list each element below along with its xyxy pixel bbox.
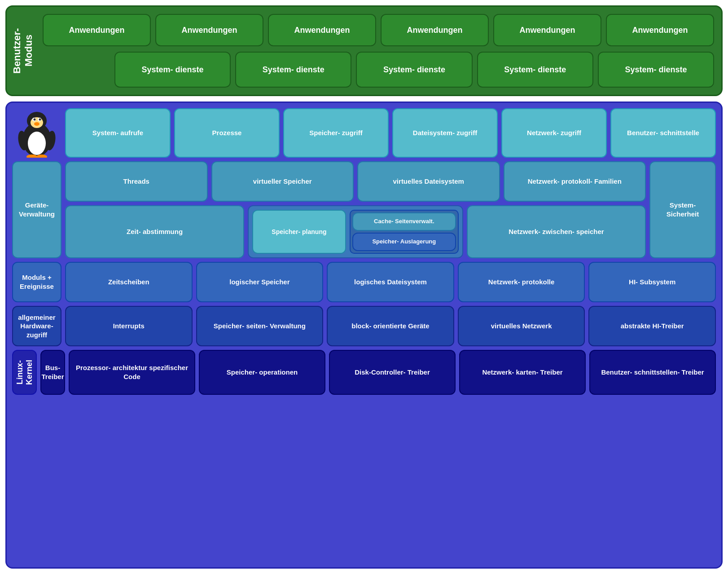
middle-section: Geräte- Verwaltung Threads virtueller Sp…	[12, 161, 716, 258]
anwendungen-5: Anwendungen	[493, 14, 601, 46]
anwendungen-4: Anwendungen	[381, 14, 489, 46]
virtueller-speicher-box: virtueller Speicher	[211, 161, 354, 202]
speicherzugriff-box: Speicher- zugriff	[283, 108, 389, 158]
svg-point-6	[34, 119, 36, 121]
tux-container	[12, 108, 61, 158]
hi-subsystem-box: HI- Subsystem	[588, 262, 716, 302]
speicher-seiten-verwaltung-box: Speicher- seiten- Verwaltung	[196, 306, 324, 346]
abstrakte-hi-treiber-box: abstrakte HI-Treiber	[588, 306, 716, 346]
netzwerk-karten-treiber-box: Netzwerk- karten- Treiber	[459, 350, 586, 395]
systemdienste-row: System- dienste System- dienste System- …	[43, 52, 714, 88]
block-orientierte-geraete-box: block- orientierte Geräte	[327, 306, 454, 346]
systemdienste-1: System- dienste	[114, 52, 231, 88]
system-sicherheit-box: System- Sicherheit	[649, 161, 716, 258]
anwendungen-6: Anwendungen	[606, 14, 714, 46]
kernel-row6: Linux-Kernel Bus-Treiber Prozessor- arch…	[12, 350, 716, 395]
speicheroperationen-box: Speicher- operationen	[199, 350, 325, 395]
anwendungen-row: Anwendungen Anwendungen Anwendungen Anwe…	[43, 14, 714, 46]
tux-icon	[17, 108, 57, 158]
benutzer-modus-label: Benutzer-Modus	[7, 7, 39, 95]
interrupts-box: Interrupts	[65, 306, 193, 346]
bus-treiber-box: Bus-Treiber	[40, 350, 65, 395]
systemdienste-2: System- dienste	[235, 52, 351, 88]
zeitabstimmung-box: Zeit- abstimmung	[65, 205, 244, 258]
netzwerkprotokoll-familien-box: Netzwerk- protokoll- Familien	[504, 161, 646, 202]
benutzerschnittstelle-box: Benutzer- schnittstelle	[610, 108, 716, 158]
anwendungen-2: Anwendungen	[155, 14, 263, 46]
disk-controller-treiber-box: Disk-Controller- Treiber	[329, 350, 456, 395]
netzwerkprotokolle-box: Netzwerk- protokolle	[458, 262, 585, 302]
systemdienste-3: System- dienste	[356, 52, 472, 88]
right-tall: System- Sicherheit	[649, 161, 716, 258]
systemaufrufe-box: System- aufrufe	[65, 108, 171, 158]
virtuelles-netzwerk-box: virtuelles Netzwerk	[458, 306, 585, 346]
threads-box: Threads	[65, 161, 208, 202]
allgemeiner-hardware-zugriff-box: allgemeiner Hardware- zugriff	[12, 306, 61, 346]
linux-kernel-label: Linux-Kernel	[12, 350, 37, 395]
kernel-row5: allgemeiner Hardware- zugriff Interrupts…	[12, 306, 716, 346]
geraete-verwaltung-box: Geräte- Verwaltung	[12, 161, 61, 258]
benutzer-schnittstellen-treiber-box: Benutzer- schnittstellen- Treiber	[589, 350, 716, 395]
netzwerkzugriff-box: Netzwerk- zugriff	[501, 108, 607, 158]
speicher-planung-box: Speicher- planung	[252, 210, 346, 254]
netzwerk-zwischen-speicher-box: Netzwerk- zwischen- speicher	[467, 205, 646, 258]
svg-point-8	[34, 122, 39, 126]
svg-point-7	[39, 119, 41, 121]
main-wrapper: Benutzer-Modus Anwendungen Anwendungen A…	[0, 0, 728, 574]
moduls-ereignisse-box: Moduls + Ereignisse	[12, 262, 61, 302]
cache-auslagerung-cluster: Cache- Seitenverwalt. Speicher- Auslager…	[350, 210, 459, 254]
systemdienste-5: System- dienste	[598, 52, 714, 88]
anwendungen-1: Anwendungen	[43, 14, 151, 46]
kernel-section: System- aufrufe Prozesse Speicher- zugri…	[5, 102, 723, 569]
logisches-dateisystem-box: logisches Dateisystem	[327, 262, 454, 302]
middle-columns: Threads virtueller Speicher virtuelles D…	[65, 161, 646, 258]
cache-seitenverwalt-box: Cache- Seitenverwalt.	[352, 212, 456, 231]
anwendungen-3: Anwendungen	[268, 14, 376, 46]
prozessor-architektur-box: Prozessor- architektur spezifischer Code	[69, 350, 195, 395]
dateisystemzugriff-box: Dateisystem- zugriff	[392, 108, 498, 158]
kernel-content: System- aufrufe Prozesse Speicher- zugri…	[12, 108, 716, 562]
speicher-cluster: Speicher- planung Cache- Seitenverwalt. …	[248, 205, 463, 258]
systemdienste-4: System- dienste	[477, 52, 593, 88]
zeitscheiben-box: Zeitscheiben	[65, 262, 193, 302]
benutzer-section: Benutzer-Modus Anwendungen Anwendungen A…	[5, 5, 723, 96]
speicher-auslagerung-box: Speicher- Auslagerung	[352, 233, 456, 251]
kernel-row4: Moduls + Ereignisse Zeitscheiben logisch…	[12, 262, 716, 302]
row2b: Zeit- abstimmung Speicher- planung Cache…	[65, 205, 646, 258]
svg-point-1	[28, 132, 46, 155]
logischer-speicher-box: logischer Speicher	[196, 262, 324, 302]
prozesse-box: Prozesse	[174, 108, 280, 158]
left-spacer-middle: Geräte- Verwaltung	[12, 161, 61, 258]
virtuelles-dateisystem-box: virtuelles Dateisystem	[357, 161, 500, 202]
kernel-row1: System- aufrufe Prozesse Speicher- zugri…	[12, 108, 716, 158]
row2a: Threads virtueller Speicher virtuelles D…	[65, 161, 646, 202]
